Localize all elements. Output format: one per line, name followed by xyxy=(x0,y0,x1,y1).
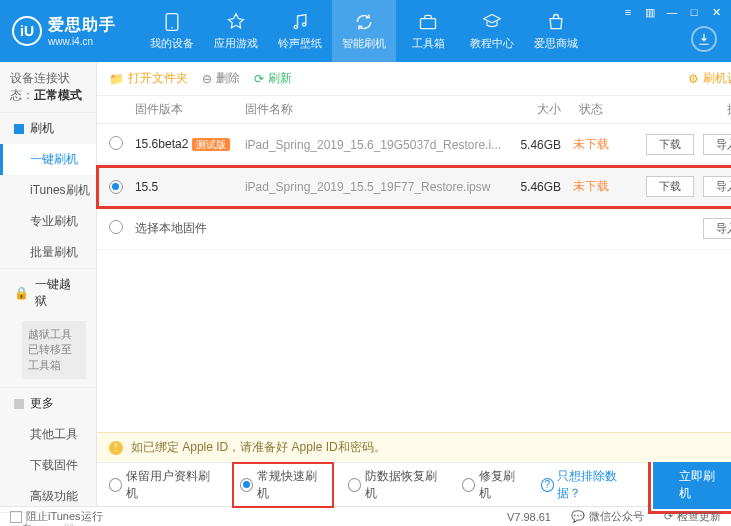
nav-ringtone-wallpaper[interactable]: 铃声壁纸 xyxy=(268,0,332,62)
sidebar-item-advanced[interactable]: 高级功能 xyxy=(0,481,96,512)
status-badge: 未下载 xyxy=(561,178,621,195)
radio-unchecked[interactable] xyxy=(109,136,123,150)
square-icon xyxy=(14,124,24,134)
minimize-icon[interactable]: — xyxy=(665,6,679,18)
app-logo: iU 爱思助手 www.i4.cn xyxy=(12,15,116,47)
sidebar-item-other-tools[interactable]: 其他工具 xyxy=(0,419,96,450)
flash-settings-button[interactable]: ⚙刷机设置 xyxy=(688,70,731,87)
sidebar-item-pro-flash[interactable]: 专业刷机 xyxy=(0,206,96,237)
sidebar-item-batch-flash[interactable]: 批量刷机 xyxy=(0,237,96,268)
logo-badge: iU xyxy=(12,16,42,46)
option-normal-flash[interactable]: 常规快速刷机 xyxy=(234,464,332,506)
square-icon xyxy=(14,399,24,409)
radio-unchecked[interactable] xyxy=(109,220,123,234)
delete-icon: ⊖ xyxy=(202,72,212,86)
beta-badge: 测试版 xyxy=(192,138,230,151)
app-name: 爱思助手 xyxy=(48,15,116,36)
close-icon[interactable]: ✕ xyxy=(709,6,723,18)
delete-button: ⊖删除 xyxy=(202,70,240,87)
sidebar-item-download-firmware[interactable]: 下载固件 xyxy=(0,450,96,481)
sidebar-item-itunes-flash[interactable]: iTunes刷机 xyxy=(0,175,96,206)
download-icon xyxy=(697,32,711,46)
local-firmware-row[interactable]: 选择本地固件 导入 xyxy=(97,208,731,250)
nav-smart-flash[interactable]: 智能刷机 xyxy=(332,0,396,62)
download-button[interactable]: 下载 xyxy=(646,176,694,197)
firmware-filename: iPad_Spring_2019_15.5_19F77_Restore.ipsw xyxy=(245,180,501,194)
nav-store[interactable]: 爱思商城 xyxy=(524,0,588,62)
maximize-icon[interactable]: □ xyxy=(687,6,701,18)
import-button[interactable]: 导入 xyxy=(703,176,731,197)
svg-point-2 xyxy=(294,25,297,28)
sidebar-section-jailbreak: 🔒一键越狱 xyxy=(0,269,96,317)
app-url: www.i4.cn xyxy=(48,36,116,47)
version-label: V7.98.61 xyxy=(507,511,551,523)
sidebar-section-flash[interactable]: 刷机 xyxy=(0,113,96,144)
block-itunes-checkbox[interactable]: 阻止iTunes运行 xyxy=(10,509,103,524)
open-folder-button[interactable]: 📁打开文件夹 xyxy=(109,70,188,87)
nav-tutorials[interactable]: 教程中心 xyxy=(460,0,524,62)
nav-toolbox[interactable]: 工具箱 xyxy=(396,0,460,62)
option-anti-recovery[interactable]: 防数据恢复刷机 xyxy=(348,468,446,502)
table-header: 固件版本 固件名称 大小 状态 操作 xyxy=(97,96,731,124)
exclude-data-link[interactable]: ?只想排除数据？ xyxy=(541,468,638,502)
update-icon: ⟳ xyxy=(664,510,673,523)
svg-point-3 xyxy=(303,22,306,25)
refresh-button[interactable]: ⟳刷新 xyxy=(254,70,292,87)
status-badge: 未下载 xyxy=(561,136,621,153)
import-button[interactable]: 导入 xyxy=(703,218,731,239)
sidebar-section-more[interactable]: 更多 xyxy=(0,388,96,419)
connection-status: 设备连接状态：正常模式 xyxy=(0,62,96,112)
sidebar-item-oneclick-flash[interactable]: 一键刷机 xyxy=(0,144,96,175)
svg-rect-4 xyxy=(421,18,436,28)
firmware-filename: iPad_Spring_2019_15.6_19G5037d_Restore.i… xyxy=(245,138,501,152)
check-update-link[interactable]: ⟳检查更新 xyxy=(664,509,721,524)
firmware-row-selected[interactable]: 15.5 iPad_Spring_2019_15.5_19F77_Restore… xyxy=(97,166,731,208)
svg-point-1 xyxy=(171,27,173,29)
option-repair[interactable]: 修复刷机 xyxy=(462,468,525,502)
pin-icon[interactable]: ▥ xyxy=(643,6,657,18)
gear-icon: ⚙ xyxy=(688,72,699,86)
radio-checked[interactable] xyxy=(109,180,123,194)
flash-now-button[interactable]: 立即刷机 xyxy=(653,461,731,509)
appleid-info-bar: ! 如已绑定 Apple ID，请准备好 Apple ID和密码。 ✕ xyxy=(97,432,731,462)
nav-my-device[interactable]: 我的设备 xyxy=(140,0,204,62)
option-keep-data[interactable]: 保留用户资料刷机 xyxy=(109,468,218,502)
firmware-row[interactable]: 15.6beta2测试版 iPad_Spring_2019_15.6_19G50… xyxy=(97,124,731,166)
folder-icon: 📁 xyxy=(109,72,124,86)
wechat-link[interactable]: 💬微信公众号 xyxy=(571,509,644,524)
download-manager-button[interactable] xyxy=(691,26,717,52)
download-button[interactable]: 下载 xyxy=(646,134,694,155)
nav-apps-games[interactable]: 应用游戏 xyxy=(204,0,268,62)
jailbreak-note: 越狱工具已转移至 工具箱 xyxy=(22,321,86,379)
refresh-icon: ⟳ xyxy=(254,72,264,86)
warning-icon: ! xyxy=(109,441,123,455)
menu-icon[interactable]: ≡ xyxy=(621,6,635,18)
wechat-icon: 💬 xyxy=(571,510,585,523)
help-icon: ? xyxy=(541,478,554,492)
lock-icon: 🔒 xyxy=(14,286,29,300)
import-button[interactable]: 导入 xyxy=(703,134,731,155)
